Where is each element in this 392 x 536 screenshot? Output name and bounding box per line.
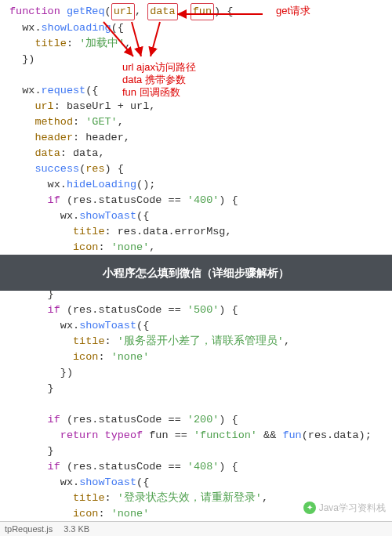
wechat-icon: ✦ xyxy=(303,502,316,514)
banner-title: 小程序怎么填到微信（详细步骤解析） xyxy=(103,265,289,281)
keyword-function: function xyxy=(9,5,60,17)
watermark: ✦ Java学习资料栈 xyxy=(303,500,386,516)
param-fun: fun xyxy=(191,3,214,20)
status-filesize: 3.3 KB xyxy=(64,521,89,536)
overlay-banner: 小程序怎么填到微信（详细步骤解析） xyxy=(0,255,392,291)
watermark-text: Java学习资料栈 xyxy=(319,500,386,516)
function-name: getReq xyxy=(67,5,105,17)
status-bar: tpRequest.js 3.3 KB xyxy=(0,521,392,536)
status-filename: tpRequest.js xyxy=(5,521,53,536)
param-data: data xyxy=(147,3,177,20)
param-url: url xyxy=(111,3,135,20)
